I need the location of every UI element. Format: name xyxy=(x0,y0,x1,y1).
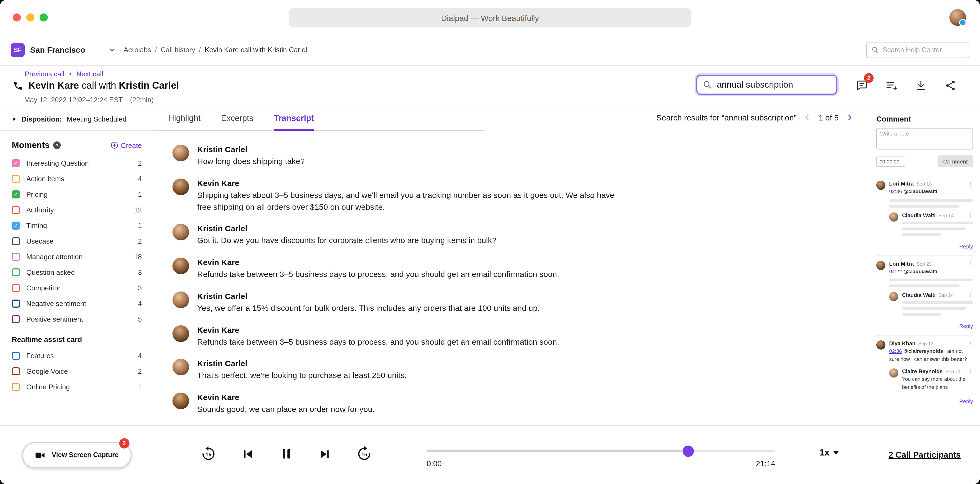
moment-checkbox[interactable] xyxy=(12,383,20,391)
view-screen-capture-button[interactable]: View Screen Capture 2 xyxy=(22,442,131,468)
play-icon[interactable] xyxy=(12,117,17,121)
skip-previous-button[interactable] xyxy=(241,447,255,461)
moment-label: Usecase xyxy=(26,237,132,245)
moment-row[interactable]: Positive sentiment5 xyxy=(0,311,154,327)
mention-link[interactable]: @clairereynolds xyxy=(904,348,943,354)
moment-checkbox[interactable] xyxy=(12,268,20,276)
breadcrumb-aerolabs[interactable]: Aerolabs xyxy=(124,46,151,54)
zoom-window-button[interactable] xyxy=(40,13,48,21)
timestamp-link[interactable]: 04:22 xyxy=(889,268,902,274)
reply-link[interactable]: Reply xyxy=(959,243,973,249)
moment-checkbox[interactable]: ✓ xyxy=(12,159,20,167)
next-call-link[interactable]: Next call xyxy=(76,70,103,78)
previous-result-button[interactable] xyxy=(803,113,811,121)
moment-row[interactable]: Competitor3 xyxy=(0,280,154,296)
call-participants-link[interactable]: 2 Call Participants xyxy=(889,450,961,460)
moment-checkbox[interactable] xyxy=(12,352,20,360)
kebab-menu-icon[interactable] xyxy=(968,181,973,186)
moment-checkbox[interactable] xyxy=(12,315,20,323)
help-icon[interactable]: ? xyxy=(53,141,61,149)
moment-checkbox[interactable]: ✓ xyxy=(12,222,20,230)
moment-checkbox[interactable] xyxy=(12,237,20,245)
kebab-menu-icon[interactable] xyxy=(968,212,973,218)
previous-call-link[interactable]: Previous call xyxy=(25,70,64,78)
transcript-entry-body: Kevin KareSounds good, we can place an o… xyxy=(197,393,858,415)
note-input[interactable] xyxy=(876,128,973,150)
user-avatar[interactable] xyxy=(950,9,966,26)
moment-row[interactable]: ✓Interesting Question2 xyxy=(0,155,154,171)
add-to-playlist-button[interactable] xyxy=(885,80,897,91)
playback-speed-value: 1x xyxy=(819,447,830,458)
share-button[interactable] xyxy=(945,80,956,91)
moment-row[interactable]: Negative sentiment4 xyxy=(0,296,154,311)
help-search[interactable] xyxy=(866,42,969,58)
comment: Lori MitraSep 2304:22 @claudiawalti xyxy=(876,260,973,287)
moment-row[interactable]: ✓Pricing1 xyxy=(0,187,154,202)
comment-timestamp-input[interactable] xyxy=(876,156,905,166)
office-switcher[interactable]: SF San Francisco xyxy=(11,43,116,57)
comments-panel: Comment Comment Lori MitraSep 1302:36 @c… xyxy=(869,108,980,425)
moments-title: Moments xyxy=(12,141,49,150)
tab-transcript[interactable]: Transcript xyxy=(274,113,314,131)
kebab-menu-icon[interactable] xyxy=(968,292,973,298)
transcript-text: That's perfect, we're looking to purchas… xyxy=(197,370,622,382)
kebab-menu-icon[interactable] xyxy=(968,341,973,346)
kebab-menu-icon[interactable] xyxy=(968,369,973,374)
call-header: Previous call • Next call Kevin Kare cal… xyxy=(0,65,980,107)
moment-label: Timing xyxy=(26,222,132,230)
reply-link[interactable]: Reply xyxy=(959,323,973,329)
kebab-menu-icon[interactable] xyxy=(968,261,973,266)
tab-excerpts[interactable]: Excerpts xyxy=(221,113,254,131)
moment-row[interactable]: Google Voice2 xyxy=(0,364,154,379)
commenter-avatar xyxy=(889,368,898,377)
comment-date: Sep 13 xyxy=(916,181,932,187)
progress-thumb[interactable] xyxy=(682,445,694,457)
moment-row[interactable]: Question asked3 xyxy=(0,265,154,280)
playback-speed-button[interactable]: 1x xyxy=(819,447,839,458)
timestamp-link[interactable]: 02:36 xyxy=(889,188,902,194)
close-window-button[interactable] xyxy=(13,13,21,21)
tab-highlight[interactable]: Highlight xyxy=(168,113,200,131)
progress-track[interactable] xyxy=(426,450,775,452)
moment-row[interactable]: Features4 xyxy=(0,348,154,364)
transcript-entry: Kristin CarlelYes, we offer a 15% discou… xyxy=(172,291,858,314)
reply-link[interactable]: Reply xyxy=(959,399,973,405)
moments-header: Moments ? Create xyxy=(12,141,142,150)
comment-header: Diya KhanSep 13 xyxy=(889,341,973,347)
moment-checkbox[interactable] xyxy=(12,284,20,292)
moment-row[interactable]: Online Pricing1 xyxy=(0,379,154,395)
transcript-search[interactable] xyxy=(696,75,837,95)
feedback-button[interactable]: 2 xyxy=(856,80,868,91)
moment-checkbox[interactable] xyxy=(12,300,20,308)
moment-row[interactable]: Manager attention18 xyxy=(0,249,154,265)
minimize-window-button[interactable] xyxy=(26,13,34,21)
moment-checkbox[interactable] xyxy=(12,206,20,214)
moment-checkbox[interactable] xyxy=(12,367,20,375)
next-result-button[interactable] xyxy=(846,113,854,121)
mention-link[interactable]: @claudiawalti xyxy=(904,188,937,194)
timestamp-link[interactable]: 02:36 xyxy=(889,348,902,354)
forward-15-button[interactable]: 15 xyxy=(356,446,372,462)
search-results-bar: Search results for “annual subscription”… xyxy=(656,113,854,122)
transcript-entry: Kristin CarlelHow long does shipping tak… xyxy=(172,145,858,167)
breadcrumb-call-history[interactable]: Call history xyxy=(161,46,195,54)
download-button[interactable] xyxy=(915,80,927,91)
skip-next-button[interactable] xyxy=(318,447,331,461)
chevron-down-icon[interactable] xyxy=(108,46,116,54)
moment-checkbox[interactable]: ✓ xyxy=(12,190,20,198)
rewind-15-button[interactable]: 15 xyxy=(200,446,216,462)
moment-checkbox[interactable] xyxy=(12,175,20,183)
pause-button[interactable] xyxy=(279,447,293,461)
comment-submit-button[interactable]: Comment xyxy=(938,155,973,167)
moment-row[interactable]: Action items4 xyxy=(0,171,154,187)
disposition-row[interactable]: Disposition: Meeting Scheduled xyxy=(0,108,154,131)
comment-text: You can say more about the benefits of t… xyxy=(902,375,973,391)
moment-row[interactable]: Usecase2 xyxy=(0,233,154,249)
create-moment-button[interactable]: Create xyxy=(111,141,142,149)
transcript-search-input[interactable] xyxy=(717,80,830,90)
mention-link[interactable]: @claudiawalti xyxy=(904,268,937,274)
moment-checkbox[interactable] xyxy=(12,253,20,261)
help-search-input[interactable] xyxy=(883,46,964,54)
moment-row[interactable]: ✓Timing1 xyxy=(0,218,154,233)
moment-row[interactable]: Authority12 xyxy=(0,202,154,218)
